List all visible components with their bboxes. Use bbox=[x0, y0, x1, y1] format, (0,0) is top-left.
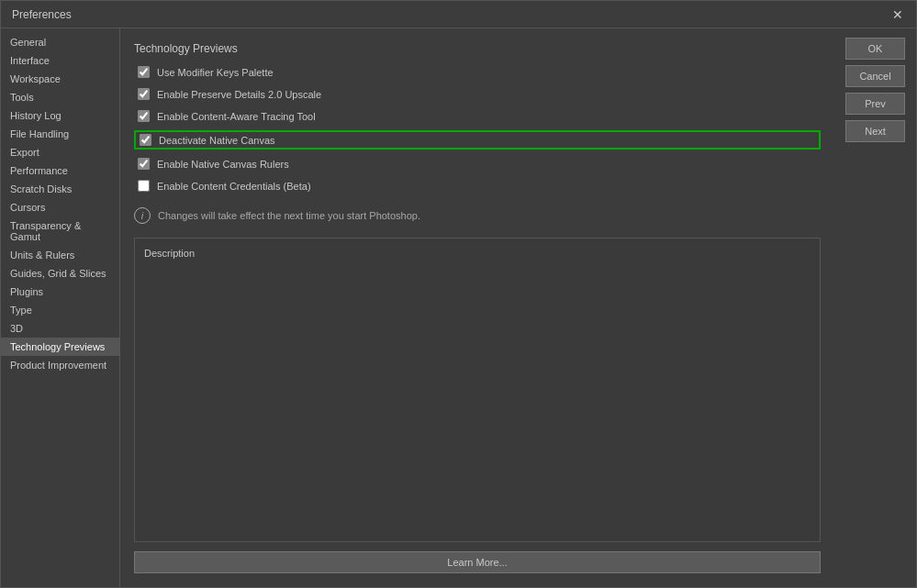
info-icon: i bbox=[134, 207, 151, 224]
sidebar-item-units-rulers[interactable]: Units & Rulers bbox=[1, 246, 119, 264]
sidebar-item-general[interactable]: General bbox=[1, 33, 119, 51]
prev-button[interactable]: Prev bbox=[845, 93, 905, 115]
checkbox-label-content-credentials[interactable]: Enable Content Credentials (Beta) bbox=[157, 181, 311, 192]
checkbox-label-native-canvas-rulers[interactable]: Enable Native Canvas Rulers bbox=[157, 159, 289, 170]
sidebar-item-performance[interactable]: Performance bbox=[1, 161, 119, 180]
sidebar-item-type[interactable]: Type bbox=[1, 301, 119, 319]
checkbox-label-content-aware[interactable]: Enable Content-Aware Tracing Tool bbox=[157, 111, 316, 122]
ok-button[interactable]: OK bbox=[845, 38, 905, 60]
sidebar-item-workspace[interactable]: Workspace bbox=[1, 70, 119, 88]
sidebar-item-export[interactable]: Export bbox=[1, 143, 119, 161]
sidebar-item-cursors[interactable]: Cursors bbox=[1, 198, 119, 216]
checkbox-content-credentials[interactable] bbox=[138, 180, 150, 192]
checkbox-row-deactivate-canvas: Deactivate Native Canvas bbox=[134, 130, 821, 150]
sidebar-item-guides-grid-slices[interactable]: Guides, Grid & Slices bbox=[1, 264, 119, 283]
description-box: Description bbox=[134, 238, 821, 542]
sidebar-item-tools[interactable]: Tools bbox=[1, 88, 119, 106]
checkbox-deactivate-canvas[interactable] bbox=[140, 134, 151, 146]
checkbox-label-preserve-details[interactable]: Enable Preserve Details 2.0 Upscale bbox=[157, 89, 321, 100]
sidebar-item-transparency-gamut[interactable]: Transparency & Gamut bbox=[1, 216, 119, 246]
content-area: Technology Previews Use Modifier Keys Pa… bbox=[120, 28, 916, 587]
checkbox-modifier-keys[interactable] bbox=[138, 66, 150, 78]
sidebar-item-product-improvement[interactable]: Product Improvement bbox=[1, 356, 119, 374]
checkbox-row-native-canvas-rulers: Enable Native Canvas Rulers bbox=[134, 156, 821, 172]
sidebar-item-3d[interactable]: 3D bbox=[1, 319, 119, 338]
section-title: Technology Previews bbox=[134, 42, 821, 55]
sidebar: GeneralInterfaceWorkspaceToolsHistory Lo… bbox=[1, 28, 120, 587]
sidebar-item-file-handling[interactable]: File Handling bbox=[1, 125, 119, 143]
title-bar: Preferences ✕ bbox=[1, 1, 916, 28]
checkbox-native-canvas-rulers[interactable] bbox=[138, 158, 150, 170]
main-content: Technology Previews Use Modifier Keys Pa… bbox=[120, 28, 834, 587]
sidebar-item-history-log[interactable]: History Log bbox=[1, 106, 119, 125]
close-button[interactable]: ✕ bbox=[890, 7, 905, 22]
info-row: i Changes will take effect the next time… bbox=[134, 207, 821, 224]
checkbox-row-content-credentials: Enable Content Credentials (Beta) bbox=[134, 178, 821, 194]
dialog-body: GeneralInterfaceWorkspaceToolsHistory Lo… bbox=[1, 28, 916, 587]
right-buttons: OK Cancel Prev Next bbox=[834, 28, 916, 587]
dialog-title: Preferences bbox=[12, 8, 72, 21]
info-message: Changes will take effect the next time y… bbox=[158, 210, 420, 221]
checkbox-row-content-aware: Enable Content-Aware Tracing Tool bbox=[134, 108, 821, 124]
checkboxes-container: Use Modifier Keys PaletteEnable Preserve… bbox=[134, 64, 821, 200]
cancel-button[interactable]: Cancel bbox=[845, 65, 905, 87]
learn-more-button[interactable]: Learn More... bbox=[134, 551, 821, 573]
checkbox-content-aware[interactable] bbox=[138, 110, 150, 122]
description-title: Description bbox=[144, 248, 811, 259]
checkbox-row-preserve-details: Enable Preserve Details 2.0 Upscale bbox=[134, 86, 821, 102]
checkbox-row-modifier-keys: Use Modifier Keys Palette bbox=[134, 64, 821, 80]
sidebar-item-interface[interactable]: Interface bbox=[1, 51, 119, 70]
preferences-dialog: Preferences ✕ GeneralInterfaceWorkspaceT… bbox=[0, 0, 917, 588]
checkbox-label-modifier-keys[interactable]: Use Modifier Keys Palette bbox=[157, 67, 274, 78]
sidebar-item-technology-previews[interactable]: Technology Previews bbox=[1, 338, 119, 356]
sidebar-item-scratch-disks[interactable]: Scratch Disks bbox=[1, 180, 119, 198]
checkbox-label-deactivate-canvas[interactable]: Deactivate Native Canvas bbox=[159, 135, 275, 146]
sidebar-item-plugins[interactable]: Plugins bbox=[1, 283, 119, 301]
checkbox-preserve-details[interactable] bbox=[138, 88, 150, 100]
next-button[interactable]: Next bbox=[845, 120, 905, 142]
